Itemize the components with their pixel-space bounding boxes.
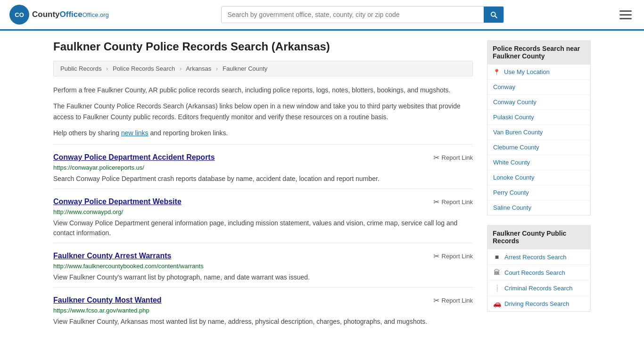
result-title-1[interactable]: Conway Police Department Accident Report… xyxy=(53,153,215,162)
report-link-label-4: Report Link xyxy=(442,297,473,304)
nearby-header: Police Records Search near Faulkner Coun… xyxy=(487,40,591,65)
report-link-btn-4[interactable]: ✂ Report Link xyxy=(433,296,473,305)
result-url-4: https://www.fcso.ar.gov/wanted.php xyxy=(53,307,473,314)
result-url-1: https://conwayar.policereports.us/ xyxy=(53,164,473,171)
result-url-2: http://www.conwaypd.org/ xyxy=(53,208,473,215)
sidebar-item-conway[interactable]: Conway xyxy=(487,80,590,95)
report-link-label-3: Report Link xyxy=(442,253,473,260)
cleburne-county-link[interactable]: Cleburne County xyxy=(493,144,539,151)
header: CO CountyOfficeOffice.org xyxy=(0,0,644,31)
result-header: Conway Police Department Website ✂ Repor… xyxy=(53,197,473,206)
menu-line xyxy=(619,18,632,19)
result-desc-2: View Conway Police Department general in… xyxy=(53,218,473,238)
menu-line xyxy=(619,14,632,16)
report-link-btn-2[interactable]: ✂ Report Link xyxy=(433,197,473,206)
criminal-records-icon: ❕ xyxy=(493,284,501,292)
report-link-btn-3[interactable]: ✂ Report Link xyxy=(433,252,473,261)
breadcrumb-police-records-search[interactable]: Police Records Search xyxy=(113,65,175,72)
breadcrumb-public-records[interactable]: Public Records xyxy=(60,65,101,72)
court-records-link[interactable]: Court Records Search xyxy=(504,269,565,276)
search-bar xyxy=(221,6,504,23)
saline-county-link[interactable]: Saline County xyxy=(493,204,531,211)
sidebar-item-criminal-records[interactable]: ❕ Criminal Records Search xyxy=(487,280,590,296)
report-icon-2: ✂ xyxy=(433,197,439,206)
description-3-suffix: and reporting broken links. xyxy=(149,129,228,137)
main-container: Faulkner County Police Records Search (A… xyxy=(44,31,600,341)
van-buren-county-link[interactable]: Van Buren County xyxy=(493,129,543,136)
description-1: Perform a free Faulkner County, AR publi… xyxy=(53,85,473,95)
location-pin-icon: 📍 xyxy=(493,69,500,75)
sidebar-item-saline-county[interactable]: Saline County xyxy=(487,200,590,215)
search-button[interactable] xyxy=(484,7,504,23)
breadcrumb-sep: › xyxy=(216,65,218,72)
result-item: Conway Police Department Accident Report… xyxy=(53,144,473,189)
result-header: Faulkner County Most Wanted ✂ Report Lin… xyxy=(53,296,473,305)
pulaski-county-link[interactable]: Pulaski County xyxy=(493,114,534,121)
sidebar-item-court-records[interactable]: 🏛 Court Records Search xyxy=(487,265,590,280)
driving-records-link[interactable]: Driving Records Search xyxy=(504,300,569,307)
menu-button[interactable] xyxy=(617,8,635,22)
use-my-location-link[interactable]: Use My Location xyxy=(504,68,550,75)
content-area: Faulkner County Police Records Search (A… xyxy=(53,40,473,331)
sidebar-item-pulaski-county[interactable]: Pulaski County xyxy=(487,110,590,125)
result-title-2[interactable]: Conway Police Department Website xyxy=(53,197,182,206)
sidebar-item-use-my-location[interactable]: 📍 Use My Location xyxy=(487,65,590,80)
sidebar: Police Records Search near Faulkner Coun… xyxy=(487,40,591,331)
result-header: Conway Police Department Accident Report… xyxy=(53,153,473,162)
sidebar-item-conway-county[interactable]: Conway County xyxy=(487,95,590,110)
breadcrumb-sep: › xyxy=(180,65,182,72)
menu-line xyxy=(619,10,632,12)
logo-icon: CO xyxy=(9,5,29,25)
sidebar-item-lonoke-county[interactable]: Lonoke County xyxy=(487,170,590,185)
white-county-link[interactable]: White County xyxy=(493,159,530,166)
new-links-link[interactable]: new links xyxy=(121,129,149,137)
nearby-list: 📍 Use My Location Conway Conway County P… xyxy=(487,65,591,215)
breadcrumb-arkansas[interactable]: Arkansas xyxy=(186,65,211,72)
nearby-section: Police Records Search near Faulkner Coun… xyxy=(487,40,591,215)
report-icon-4: ✂ xyxy=(433,296,439,305)
page-title: Faulkner County Police Records Search (A… xyxy=(53,40,473,53)
description-2: The Faulkner County Police Records Searc… xyxy=(53,101,473,122)
lonoke-county-link[interactable]: Lonoke County xyxy=(493,174,534,181)
result-desc-1: Search Conway Police Department crash re… xyxy=(53,174,473,184)
breadcrumb-sep: › xyxy=(106,65,108,72)
description-3: Help others by sharing new links and rep… xyxy=(53,128,473,138)
public-records-section: Faulkner County Public Records ■ Arrest … xyxy=(487,225,591,312)
driving-records-icon: 🚗 xyxy=(493,300,501,307)
conway-link[interactable]: Conway xyxy=(493,83,515,90)
svg-text:CO: CO xyxy=(15,11,24,18)
logo-area: CO CountyOfficeOffice.org xyxy=(9,5,109,25)
result-url-3: http://www.faulknercountybooked.com/cont… xyxy=(53,263,473,270)
logo-org: Office.org xyxy=(83,11,109,18)
result-item: Conway Police Department Website ✂ Repor… xyxy=(53,189,473,243)
report-link-btn-1[interactable]: ✂ Report Link xyxy=(433,153,473,162)
breadcrumb-faulkner-county[interactable]: Faulkner County xyxy=(223,65,267,72)
search-input[interactable] xyxy=(222,7,484,22)
report-link-label-1: Report Link xyxy=(442,154,473,161)
report-icon-1: ✂ xyxy=(433,153,439,162)
criminal-records-link[interactable]: Criminal Records Search xyxy=(504,285,573,292)
result-header: Faulkner County Arrest Warrants ✂ Report… xyxy=(53,252,473,261)
court-records-icon: 🏛 xyxy=(493,269,501,276)
sidebar-item-van-buren-county[interactable]: Van Buren County xyxy=(487,125,590,140)
report-link-label-2: Report Link xyxy=(442,198,473,206)
result-title-3[interactable]: Faulkner County Arrest Warrants xyxy=(53,252,171,260)
arrest-records-link[interactable]: Arrest Records Search xyxy=(504,254,567,261)
result-title-4[interactable]: Faulkner County Most Wanted xyxy=(53,296,162,304)
sidebar-item-arrest-records[interactable]: ■ Arrest Records Search xyxy=(487,249,590,265)
conway-county-link[interactable]: Conway County xyxy=(493,99,537,106)
sidebar-item-cleburne-county[interactable]: Cleburne County xyxy=(487,140,590,155)
sidebar-item-driving-records[interactable]: 🚗 Driving Records Search xyxy=(487,296,590,311)
result-item: Faulkner County Arrest Warrants ✂ Report… xyxy=(53,243,473,287)
perry-county-link[interactable]: Perry County xyxy=(493,189,529,196)
description-3-prefix: Help others by sharing xyxy=(53,129,121,137)
logo-office: Office xyxy=(60,10,83,19)
sidebar-item-perry-county[interactable]: Perry County xyxy=(487,185,590,200)
result-desc-4: View Faulkner County, Arkansas most want… xyxy=(53,317,473,327)
public-records-header: Faulkner County Public Records xyxy=(487,225,591,249)
arrest-records-icon: ■ xyxy=(493,253,501,261)
public-records-list: ■ Arrest Records Search 🏛 Court Records … xyxy=(487,249,591,312)
sidebar-item-white-county[interactable]: White County xyxy=(487,155,590,170)
report-icon-3: ✂ xyxy=(433,252,439,261)
result-desc-3: View Faulkner County's warrant list by p… xyxy=(53,272,473,282)
